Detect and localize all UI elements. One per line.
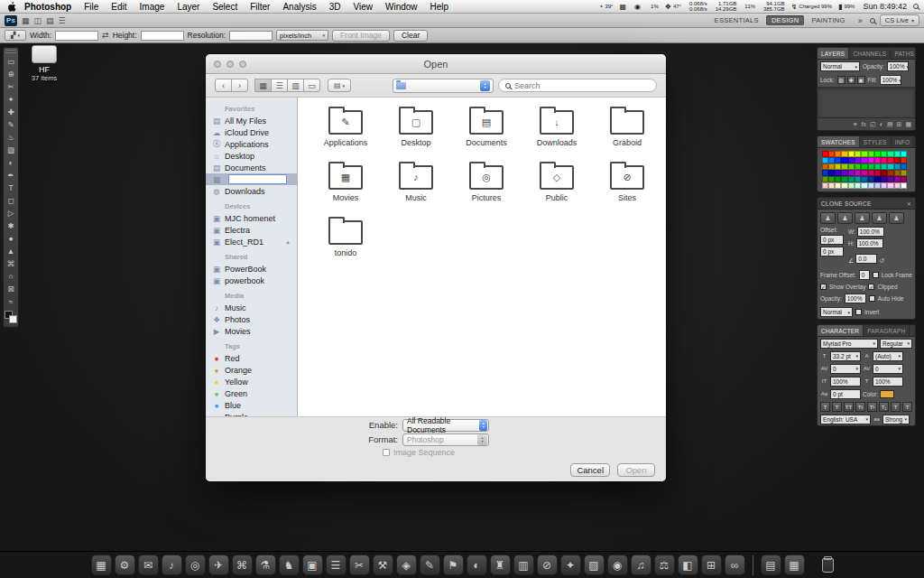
format-select[interactable]: Photoshop	[402, 434, 489, 446]
file-item[interactable]: ▦ Movies	[310, 160, 381, 215]
menu-item[interactable]: 3D	[323, 0, 347, 14]
toolbar-grip[interactable]	[5, 50, 16, 53]
color-swatch[interactable]	[881, 182, 887, 189]
layers-action-icon[interactable]: ▦	[905, 120, 911, 128]
layers-action-icon[interactable]: ⚭	[853, 120, 858, 128]
color-swatch[interactable]	[835, 151, 841, 157]
color-swatch[interactable]	[874, 151, 881, 157]
lock-icon[interactable]: ✚	[847, 76, 855, 84]
rename-input[interactable]	[228, 174, 287, 184]
enable-select[interactable]: All Readable Documents	[402, 419, 489, 432]
appbar-tool-icon[interactable]: ▦	[22, 16, 30, 25]
color-swatch[interactable]	[841, 170, 847, 176]
show-overlay-checkbox[interactable]: ✓	[820, 284, 827, 290]
sidebar-item[interactable]: ▤ Documents	[206, 162, 297, 173]
dock-app-icon[interactable]: ⊞	[701, 555, 722, 575]
dock-app-icon[interactable]: ✉	[138, 555, 159, 575]
rotation-input[interactable]: 0.0	[855, 254, 877, 264]
panel-tab[interactable]: INFO	[892, 136, 914, 147]
color-swatch[interactable]	[861, 151, 867, 157]
cancel-button[interactable]: Cancel	[570, 463, 610, 477]
sidebar-item[interactable]: Shared	[206, 251, 297, 263]
color-swatch[interactable]	[901, 176, 907, 182]
dock-stack-icon[interactable]: ▦	[784, 555, 805, 575]
clone-source-button[interactable]: ♟	[837, 212, 853, 224]
menu-item[interactable]: Help	[424, 0, 456, 14]
zoom-window-button[interactable]	[239, 61, 246, 68]
dock-app-icon[interactable]: ✂	[349, 555, 370, 575]
trash-icon[interactable]	[822, 558, 834, 573]
color-swatch[interactable]	[828, 170, 835, 176]
dock-stack-icon[interactable]: ▤	[761, 555, 781, 575]
clone-blend-select[interactable]: Normal	[820, 307, 853, 317]
color-swatch[interactable]	[855, 176, 861, 182]
menu-item[interactable]: Window	[379, 0, 424, 14]
dock-app-icon[interactable]: ⚙	[115, 555, 135, 575]
eject-icon[interactable]: ▲	[285, 239, 291, 245]
sidebar-item[interactable]: ⌂ Desktop	[206, 150, 297, 162]
color-swatch[interactable]	[822, 176, 828, 182]
dock-app-icon[interactable]: ▨	[584, 555, 605, 575]
swap-dimensions-icon[interactable]: ⇄	[102, 31, 109, 40]
clone-source-button[interactable]: ♟	[872, 212, 887, 224]
file-item[interactable]: Graboid	[592, 105, 662, 160]
color-swatch[interactable]	[848, 176, 855, 182]
image-sequence-checkbox[interactable]	[383, 449, 390, 456]
dock-app-icon[interactable]: ▣	[302, 555, 323, 575]
tool-button[interactable]: ⊕	[5, 68, 17, 80]
invert-checkbox[interactable]	[855, 309, 862, 315]
status-item[interactable]: ▦	[620, 3, 629, 11]
tool-button[interactable]: ⌘	[5, 257, 17, 270]
status-item[interactable]: 94.1GB 385.7GB	[762, 1, 785, 12]
height-input[interactable]	[141, 31, 184, 41]
color-swatch[interactable]	[887, 163, 893, 170]
tool-button[interactable]: ▷	[5, 207, 17, 219]
color-swatch[interactable]	[868, 157, 874, 163]
color-swatch[interactable]	[894, 182, 901, 189]
workspace-button[interactable]: PAINTING	[806, 15, 850, 25]
sidebar-item[interactable]: ● Blue	[206, 399, 297, 411]
status-item[interactable]: 1.71GB 14.29GB	[714, 1, 737, 12]
clone-source-button[interactable]: ♟	[820, 212, 836, 224]
tool-preset-button[interactable]: ▞	[5, 30, 26, 41]
tool-button[interactable]: ✚	[5, 106, 17, 118]
layers-action-icon[interactable]: ▤	[887, 120, 893, 128]
sidebar-item[interactable]: Devices	[206, 200, 297, 212]
color-swatch[interactable]	[894, 157, 901, 163]
file-item[interactable]: ▢ Desktop	[381, 105, 451, 160]
tool-button[interactable]: ✎	[5, 118, 17, 131]
sidebar-item[interactable]: ▣ PowerBook	[206, 263, 297, 275]
width-scale-input[interactable]: 100.0%	[857, 227, 884, 237]
type-style-button[interactable]: Tt	[855, 402, 865, 412]
sidebar-item[interactable]: ☁ iCloud Drive	[206, 126, 297, 138]
color-swatch[interactable]	[901, 182, 907, 189]
sidebar-item[interactable]: ▣ Elect_RD1 ▲	[206, 236, 297, 247]
layers-list[interactable]	[818, 87, 915, 117]
color-swatch[interactable]	[855, 157, 861, 163]
tracking-input[interactable]: 0	[873, 364, 903, 374]
dock-app-icon[interactable]: ∞	[725, 555, 745, 575]
color-swatch[interactable]	[841, 182, 847, 189]
font-family-select[interactable]: Myriad Pro	[820, 339, 878, 349]
language-select[interactable]: English: USA	[820, 415, 871, 424]
tool-button[interactable]: ▨	[5, 144, 17, 156]
sidebar-item[interactable]: ● Red	[206, 352, 297, 364]
text-color-swatch[interactable]	[880, 390, 894, 398]
color-swatch[interactable]	[822, 151, 828, 157]
apple-menu-icon[interactable]	[5, 2, 18, 12]
dialog-titlebar[interactable]: Open	[206, 54, 666, 74]
font-style-select[interactable]: Regular	[880, 339, 912, 349]
minimize-window-button[interactable]	[226, 61, 234, 68]
height-scale-input[interactable]: 100.0%	[856, 238, 883, 248]
sidebar-item[interactable]: ▦	[206, 173, 297, 185]
color-swatch[interactable]	[848, 163, 855, 170]
blend-mode-select[interactable]: Normal	[820, 61, 860, 71]
clipped-checkbox[interactable]: ✓	[868, 284, 874, 290]
dock-app-icon[interactable]: ◈	[396, 555, 417, 575]
clone-source-button[interactable]: ♟	[889, 212, 904, 224]
file-item[interactable]: ✎ Applications	[310, 105, 381, 160]
fill-input[interactable]: 100%	[880, 75, 901, 85]
dock-app-icon[interactable]: ♞	[279, 555, 300, 575]
dock-app-icon[interactable]: ◎	[185, 555, 206, 575]
file-item[interactable]: ↓ Downloads	[522, 105, 592, 160]
